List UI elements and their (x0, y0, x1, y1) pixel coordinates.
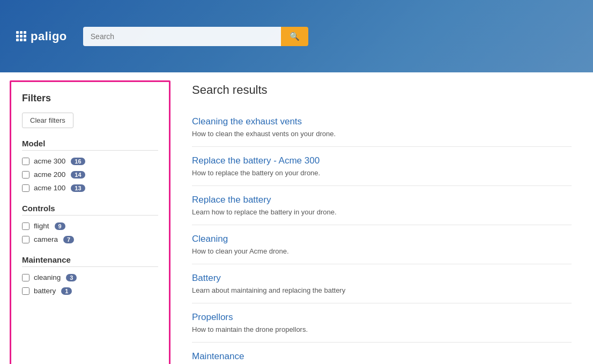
result-desc-4: How to clean your Acme drone. (192, 247, 572, 255)
result-desc-2: How to replace the battery on your drone… (192, 169, 572, 177)
filter-label-acme200: acme 200 (34, 170, 65, 179)
result-link-1[interactable]: Cleaning the exhaust vents (192, 116, 572, 127)
result-item-1: Cleaning the exhaust vents How to clean … (192, 108, 572, 147)
filter-badge-camera: 7 (63, 236, 74, 243)
result-item-3: Replace the battery Learn how to replace… (192, 186, 572, 225)
filter-group-controls: Controls flight 9 camera 7 (22, 204, 158, 243)
filter-label-flight: flight (34, 222, 49, 230)
search-input[interactable] (83, 27, 281, 46)
filter-checkbox-acme200[interactable] (22, 171, 29, 179)
filter-label-acme100: acme 100 (34, 184, 65, 192)
result-link-7[interactable]: Maintenance (192, 351, 572, 362)
result-link-6[interactable]: Propellors (192, 312, 572, 323)
filter-checkbox-camera[interactable] (22, 236, 29, 243)
filter-badge-flight: 9 (55, 222, 65, 230)
result-desc-6: How to maintain the drone propellors. (192, 325, 572, 333)
filter-item-camera: camera 7 (22, 235, 158, 243)
filter-group-model: Model acme 300 16 acme 200 14 acme 100 1… (22, 139, 158, 192)
filter-badge-acme200: 14 (71, 171, 85, 179)
result-item-2: Replace the battery - Acme 300 How to re… (192, 147, 572, 186)
result-link-5[interactable]: Battery (192, 273, 572, 284)
result-link-4[interactable]: Cleaning (192, 234, 572, 244)
filter-item-acme100: acme 100 13 (22, 184, 158, 192)
filter-checkbox-acme300[interactable] (22, 158, 29, 165)
sidebar: Filters Clear filters Model acme 300 16 … (10, 80, 171, 364)
sidebar-title: Filters (22, 93, 158, 104)
result-desc-3: Learn how to replace the battery in your… (192, 208, 572, 216)
filter-item-acme200: acme 200 14 (22, 170, 158, 179)
logo: paligo (16, 29, 67, 43)
result-item-6: Propellors How to maintain the drone pro… (192, 303, 572, 343)
filter-badge-battery: 1 (61, 287, 72, 295)
filter-item-battery: battery 1 (22, 287, 158, 295)
filter-badge-acme300: 16 (71, 158, 85, 165)
filter-label-cleaning: cleaning (34, 273, 61, 281)
filter-item-cleaning: cleaning 3 (22, 273, 158, 281)
results-title: Search results (192, 83, 572, 97)
search-bar: 🔍 (83, 27, 308, 46)
filter-checkbox-battery[interactable] (22, 287, 29, 295)
filter-item-acme300: acme 300 16 (22, 157, 158, 165)
hero-header: paligo 🔍 (0, 0, 593, 72)
search-icon: 🔍 (290, 32, 300, 41)
filter-checkbox-cleaning[interactable] (22, 274, 29, 281)
filter-badge-acme100: 13 (71, 184, 85, 192)
filter-label-camera: camera (34, 235, 58, 243)
logo-grid-icon (16, 31, 26, 41)
clear-filters-button[interactable]: Clear filters (22, 113, 73, 128)
search-button[interactable]: 🔍 (281, 27, 308, 46)
filter-group-maintenance: Maintenance cleaning 3 battery 1 (22, 255, 158, 295)
filter-section-model-title: Model (22, 139, 158, 151)
result-link-2[interactable]: Replace the battery - Acme 300 (192, 155, 572, 166)
filter-section-controls-title: Controls (22, 204, 158, 216)
result-item-5: Battery Learn about maintaining and repl… (192, 264, 572, 303)
main-content: Filters Clear filters Model acme 300 16 … (0, 72, 593, 364)
search-results: Search results Cleaning the exhaust vent… (176, 72, 593, 364)
result-item-7: Maintenance (192, 343, 572, 364)
filter-checkbox-flight[interactable] (22, 222, 29, 230)
filter-checkbox-acme100[interactable] (22, 184, 29, 192)
result-desc-1: How to clean the exhaust vents on your d… (192, 130, 572, 138)
filter-label-acme300: acme 300 (34, 157, 65, 165)
result-link-3[interactable]: Replace the battery (192, 195, 572, 205)
logo-text: paligo (31, 29, 67, 43)
filter-badge-cleaning: 3 (66, 274, 77, 281)
filter-label-battery: battery (34, 287, 56, 295)
filter-section-maintenance-title: Maintenance (22, 255, 158, 267)
result-desc-5: Learn about maintaining and replacing th… (192, 286, 572, 294)
result-item-4: Cleaning How to clean your Acme drone. (192, 225, 572, 264)
filter-item-flight: flight 9 (22, 222, 158, 230)
